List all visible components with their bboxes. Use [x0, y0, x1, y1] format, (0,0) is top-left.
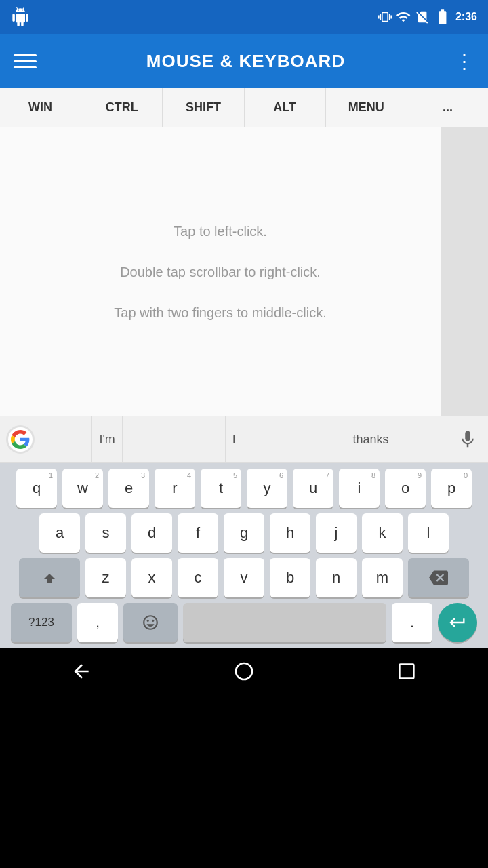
hint-middle-click: Tap with two fingers to middle-click.	[114, 302, 326, 323]
status-icons: 2:36	[378, 8, 477, 26]
keyboard: 1q 2w 3e 4r 5t 6y 7u 8i 9o 0p a s d f g …	[0, 463, 488, 648]
suggestion-thanks[interactable]: thanks	[346, 416, 396, 462]
key-b[interactable]: b	[270, 558, 310, 597]
suggestion-im[interactable]: I'm	[92, 416, 122, 462]
key-j[interactable]: j	[316, 513, 357, 553]
content-area: Tap to left-click. Double tap scrollbar …	[0, 127, 488, 416]
key-m[interactable]: m	[362, 558, 403, 597]
key-v[interactable]: v	[224, 558, 264, 597]
mic-button[interactable]	[447, 416, 488, 463]
key-l[interactable]: l	[408, 513, 449, 553]
home-button[interactable]	[224, 651, 264, 692]
key-c[interactable]: c	[178, 558, 218, 597]
num-switch-key[interactable]: ?123	[11, 603, 72, 642]
key-o[interactable]: 9o	[385, 469, 426, 508]
key-x[interactable]: x	[131, 558, 172, 597]
key-w[interactable]: 2w	[62, 469, 103, 508]
scrollbar[interactable]	[441, 127, 488, 416]
emoji-icon	[142, 614, 159, 631]
status-left	[11, 7, 30, 26]
suggestions-list: I'm I thanks	[41, 416, 447, 462]
key-r[interactable]: 4r	[155, 469, 195, 508]
key-q[interactable]: 1q	[16, 469, 57, 508]
enter-key[interactable]	[438, 603, 477, 642]
menu-key[interactable]: MENU	[326, 88, 407, 127]
key-a[interactable]: a	[39, 513, 80, 553]
shift-icon	[41, 570, 58, 586]
key-e[interactable]: 3e	[108, 469, 149, 508]
period-key[interactable]: .	[392, 603, 432, 642]
vibrate-icon	[378, 10, 392, 24]
google-g-icon	[6, 425, 35, 454]
android-icon	[11, 7, 30, 26]
key-n[interactable]: n	[316, 558, 357, 597]
navigation-bar	[0, 648, 488, 695]
more-options-button[interactable]: ⋮	[455, 50, 474, 73]
hamburger-menu-button[interactable]	[14, 54, 37, 68]
emoji-key[interactable]	[123, 603, 178, 642]
svg-point-0	[236, 663, 252, 679]
shift-key[interactable]: SHIFT	[163, 88, 244, 127]
home-icon	[233, 660, 255, 682]
app-title: MOUSE & KEYBOARD	[50, 51, 441, 72]
google-logo	[0, 416, 41, 463]
alt-key[interactable]: ALT	[245, 88, 326, 127]
key-u[interactable]: 7u	[293, 469, 333, 508]
modifier-keys-bar: WIN CTRL SHIFT ALT MENU ...	[0, 88, 488, 127]
key-p[interactable]: 0p	[431, 469, 472, 508]
suggestions-bar: I'm I thanks	[0, 416, 488, 463]
key-i[interactable]: 8i	[339, 469, 380, 508]
mouse-pad[interactable]: Tap to left-click. Double tap scrollbar …	[0, 127, 441, 416]
win-key[interactable]: WIN	[0, 88, 81, 127]
backspace-key[interactable]	[408, 558, 469, 597]
wifi-icon	[396, 9, 411, 24]
no-sim-icon	[415, 9, 430, 24]
keyboard-row-1: 1q 2w 3e 4r 5t 6y 7u 8i 9o 0p	[3, 469, 485, 508]
microphone-icon	[458, 429, 478, 450]
app-bar: MOUSE & KEYBOARD ⋮	[0, 34, 488, 88]
key-g[interactable]: g	[224, 513, 264, 553]
hint-left-click: Tap to left-click.	[174, 221, 267, 241]
ctrl-key[interactable]: CTRL	[81, 88, 163, 127]
status-bar: 2:36	[0, 0, 488, 34]
comma-key[interactable]: ,	[77, 603, 118, 642]
backspace-icon	[429, 568, 448, 587]
recents-icon	[397, 662, 416, 681]
space-key[interactable]	[183, 603, 386, 642]
key-z[interactable]: z	[85, 558, 126, 597]
enter-icon	[448, 613, 467, 632]
key-h[interactable]: h	[270, 513, 310, 553]
keyboard-row-3: z x c v b n m	[3, 558, 485, 597]
keyboard-row-2: a s d f g h j k l	[3, 513, 485, 553]
suggestion-i[interactable]: I	[225, 416, 243, 462]
more-keys[interactable]: ...	[407, 88, 488, 127]
key-d[interactable]: d	[131, 513, 172, 553]
time-display: 2:36	[455, 11, 477, 23]
shift-key-button[interactable]	[19, 558, 80, 597]
key-f[interactable]: f	[178, 513, 218, 553]
key-k[interactable]: k	[362, 513, 403, 553]
svg-rect-1	[400, 665, 414, 679]
battery-icon	[434, 8, 451, 26]
back-icon	[70, 660, 92, 682]
back-button[interactable]	[61, 651, 102, 692]
key-y[interactable]: 6y	[247, 469, 287, 508]
hint-right-click: Double tap scrollbar to right-click.	[120, 262, 321, 282]
key-s[interactable]: s	[85, 513, 126, 553]
keyboard-bottom-row: ?123 , .	[3, 603, 485, 642]
key-t[interactable]: 5t	[201, 469, 241, 508]
recents-button[interactable]	[386, 651, 427, 692]
